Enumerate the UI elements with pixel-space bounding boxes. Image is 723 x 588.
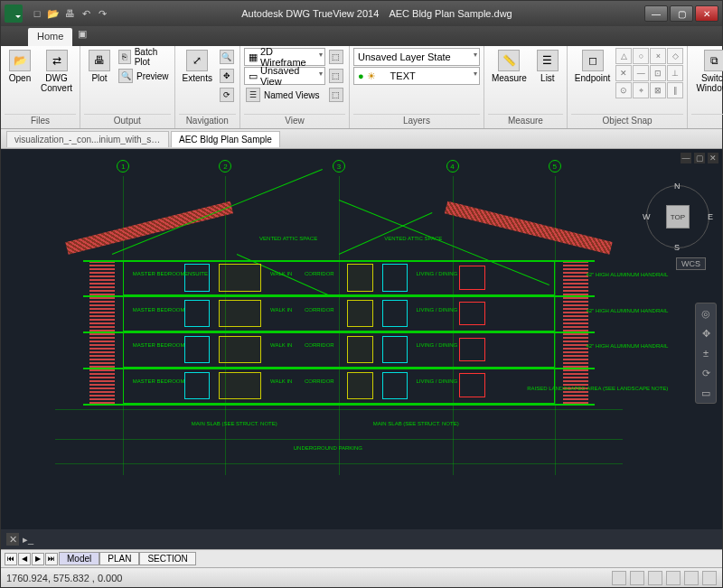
- cmd-close-icon[interactable]: ✕: [6, 533, 19, 546]
- layer-state-dropdown[interactable]: Unsaved Layer State: [353, 48, 480, 66]
- status-grid-icon[interactable]: [630, 571, 644, 585]
- panel-measure: 📏Measure ☰List Measure: [484, 46, 568, 128]
- named-views-icon: ☰: [246, 88, 260, 102]
- osnap-par[interactable]: ∥: [667, 82, 683, 98]
- vp-minimize-icon[interactable]: —: [681, 153, 691, 163]
- panel-label: User Interface: [691, 114, 723, 126]
- ribbon-tab-home[interactable]: Home: [28, 28, 72, 46]
- orbit-icon: ⟳: [220, 88, 234, 102]
- osnap-mid[interactable]: △: [615, 48, 632, 64]
- nav-pan-icon[interactable]: ✥: [699, 326, 713, 341]
- app-logo[interactable]: [5, 5, 23, 23]
- plot-icon: 🖶: [89, 50, 110, 71]
- tab-first-icon[interactable]: ⏮: [5, 553, 17, 565]
- open-button[interactable]: 📂Open: [5, 48, 35, 85]
- close-button[interactable]: ✕: [695, 5, 718, 22]
- panel-label: Layers: [353, 114, 480, 126]
- panel-view: ▦2D Wireframe ▭Unsaved View ☰Named Views…: [240, 46, 350, 128]
- qat-print-icon[interactable]: 🖶: [62, 6, 77, 21]
- osnap-nea[interactable]: ⌖: [633, 82, 649, 98]
- pan-button[interactable]: ✥: [218, 67, 236, 85]
- visual-style-dropdown[interactable]: ▦2D Wireframe: [244, 48, 325, 66]
- batch-plot-button[interactable]: ⎘Batch Plot: [117, 48, 171, 66]
- tab-plan[interactable]: PLAN: [99, 552, 139, 565]
- drawing-canvas[interactable]: — ▢ ✕ 1 2 3 4 5 VENTED ATTIC SPACE VENTE…: [1, 149, 722, 529]
- panel-label: Navigation: [179, 114, 236, 126]
- tab-last-icon[interactable]: ⏭: [45, 553, 58, 565]
- ribbon-expand-icon[interactable]: ▣: [74, 28, 90, 44]
- qat-open-icon[interactable]: 📂: [46, 6, 61, 21]
- extents-button[interactable]: ⤢Extents: [179, 48, 216, 85]
- zoom-window-button[interactable]: 🔍: [218, 48, 236, 66]
- tab-prev-icon[interactable]: ◀: [18, 553, 31, 565]
- layer-dropdown[interactable]: ●☀TEXT: [353, 67, 480, 85]
- view-cube[interactable]: TOP N S E W: [646, 185, 709, 248]
- switch-windows-button[interactable]: ⧉Switch Windows: [691, 48, 723, 95]
- status-scale-icon[interactable]: [666, 571, 681, 585]
- preview-button[interactable]: 🔍Preview: [117, 67, 171, 85]
- status-model-icon[interactable]: [612, 571, 626, 585]
- view-tool-3[interactable]: ⬚: [327, 86, 345, 104]
- status-toggles: [612, 571, 717, 585]
- osnap-per[interactable]: ⊥: [667, 65, 683, 81]
- tab-model[interactable]: Model: [59, 552, 99, 565]
- status-workspace-icon[interactable]: [684, 571, 699, 585]
- qat-redo-icon[interactable]: ↷: [95, 6, 109, 21]
- osnap-int[interactable]: ✕: [615, 65, 632, 81]
- compass-w[interactable]: W: [643, 212, 651, 221]
- view-dropdown[interactable]: ▭Unsaved View: [244, 67, 325, 85]
- endpoint-button[interactable]: ◻Endpoint: [571, 48, 614, 85]
- cube-top[interactable]: TOP: [666, 205, 690, 229]
- compass-n[interactable]: N: [674, 182, 681, 191]
- osnap-app[interactable]: ⊠: [650, 82, 666, 98]
- ribbon: 📂Open ⇄DWG Convert Files 🖶Plot ⎘Batch Pl…: [1, 46, 722, 129]
- ribbon-tabs: Home ▣: [1, 26, 722, 46]
- maximize-button[interactable]: ▢: [670, 5, 693, 22]
- named-views-button[interactable]: ☰Named Views: [244, 86, 325, 104]
- osnap-ins[interactable]: ⊡: [650, 65, 666, 81]
- osnap-cen[interactable]: ○: [633, 48, 649, 64]
- open-icon: 📂: [9, 50, 31, 71]
- plot-button[interactable]: 🖶Plot: [84, 48, 115, 85]
- panel-label: Object Snap: [571, 114, 683, 126]
- qat-undo-icon[interactable]: ↶: [79, 6, 93, 21]
- grid-bubble-1: 1: [117, 160, 129, 173]
- list-icon: ☰: [537, 50, 559, 71]
- compass-s[interactable]: S: [674, 243, 680, 252]
- nav-wheel-icon[interactable]: ◎: [699, 306, 713, 321]
- navigation-bar: ◎ ✥ ± ⟳ ▭: [695, 303, 717, 404]
- osnap-nod[interactable]: ×: [650, 48, 666, 64]
- tab-section[interactable]: SECTION: [139, 552, 195, 565]
- view-tool-2[interactable]: ⬚: [327, 67, 345, 85]
- status-clean-icon[interactable]: [702, 571, 717, 585]
- doc-tab-2[interactable]: AEC Bldg Plan Sample: [171, 131, 280, 147]
- app-name: Autodesk DWG TrueView 2014: [241, 8, 379, 19]
- wcs-badge[interactable]: WCS: [676, 257, 706, 270]
- list-button[interactable]: ☰List: [532, 48, 563, 85]
- grid-bubble-4: 4: [446, 160, 459, 173]
- panel-label: Output: [84, 114, 171, 126]
- orbit-button[interactable]: ⟳: [218, 86, 236, 104]
- view-tool-1[interactable]: ⬚: [327, 48, 345, 66]
- osnap-tan[interactable]: ⊙: [615, 82, 632, 98]
- doc-tab-1[interactable]: visualization_-_con...inium_with_skyligh…: [6, 131, 169, 147]
- status-anno-icon[interactable]: [648, 571, 662, 585]
- measure-button[interactable]: 📏Measure: [488, 48, 531, 85]
- nav-showmotion-icon[interactable]: ▭: [699, 386, 713, 400]
- osnap-qua[interactable]: ◇: [667, 48, 683, 64]
- osnap-ext[interactable]: —: [633, 65, 649, 81]
- qat-new-icon[interactable]: □: [30, 6, 44, 21]
- file-name: AEC Bldg Plan Sample.dwg: [389, 8, 512, 19]
- tab-next-icon[interactable]: ▶: [32, 553, 44, 565]
- dwg-convert-button[interactable]: ⇄DWG Convert: [37, 48, 76, 95]
- nav-zoom-icon[interactable]: ±: [699, 346, 713, 360]
- command-line[interactable]: ✕ ▸_: [1, 529, 722, 549]
- extents-icon: ⤢: [186, 50, 208, 71]
- compass-e[interactable]: E: [708, 212, 713, 221]
- vp-maximize-icon[interactable]: ▢: [694, 153, 705, 163]
- panel-output: 🖶Plot ⎘Batch Plot 🔍Preview Output: [80, 46, 175, 128]
- nav-orbit-icon[interactable]: ⟳: [699, 366, 713, 380]
- switch-icon: ⧉: [704, 50, 723, 71]
- minimize-button[interactable]: —: [644, 5, 668, 22]
- vp-close-icon[interactable]: ✕: [708, 153, 718, 163]
